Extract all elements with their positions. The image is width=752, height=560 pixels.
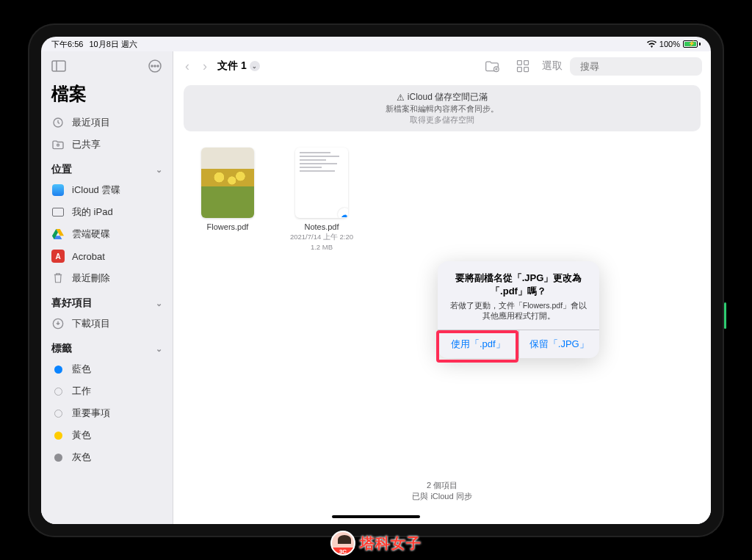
file-name: Notes.pdf [285,222,358,231]
file-item[interactable]: ☁︎ Notes.pdf 2021/7/14 上午 2:20 1.2 MB [285,148,358,252]
ipad-frame: 下午6:56 10月8日 週六 100% ⚡ 檔案 [28,23,724,537]
tag-ring-icon [51,385,65,398]
tag-ring-icon [51,407,65,420]
sidebar-section-locations[interactable]: 位置 ⌄ [41,156,173,179]
file-size: 1.2 MB [285,243,358,252]
sidebar-item-my-ipad[interactable]: 我的 iPad [41,201,173,223]
file-name: Flowers.pdf [191,222,264,231]
watermark: 塔科女子 [330,531,422,556]
sync-status: 已與 iCloud 同步 [173,491,711,502]
file-grid: Flowers.pdf ☁︎ Notes.pdf 2021/7/14 上午 2:… [173,136,711,264]
cloud-download-icon: ☁︎ [338,208,348,218]
status-date: 10月8日 週六 [89,39,137,50]
nav-back-button[interactable]: ‹ [182,59,192,74]
folder-shared-icon [51,138,65,151]
sidebar-item-shared[interactable]: 已共享 [41,134,173,156]
ipad-icon [51,206,65,219]
sidebar-item-acrobat[interactable]: A Acrobat [41,245,173,267]
file-date: 2021/7/14 上午 2:20 [285,233,358,241]
warning-icon: ⚠︎ [397,92,405,103]
file-item[interactable]: Flowers.pdf [191,148,264,231]
svg-point-5 [157,65,159,67]
nav-forward-button[interactable]: › [200,59,210,74]
chevron-down-icon: ⌄ [156,299,162,308]
file-thumbnail [201,148,254,218]
sidebar-tag-yellow[interactable]: 黃色 [41,424,173,446]
more-options-button[interactable] [146,57,164,75]
chevron-down-icon: ⌄ [156,344,162,354]
trash-icon [51,272,65,285]
sidebar-item-trash[interactable]: 最近刪除 [41,267,173,289]
svg-point-7 [57,144,59,146]
watermark-avatar-icon [330,531,355,556]
svg-rect-12 [518,68,522,72]
file-thumbnail: ☁︎ [295,148,348,218]
sidebar-toggle-button[interactable] [50,57,68,75]
wifi-icon [647,40,657,48]
get-more-storage-link[interactable]: 取得更多儲存空間 [189,114,695,126]
home-indicator[interactable] [332,515,420,518]
rename-extension-dialog: 要將副檔名從「.JPG」更改為「.pdf」嗎？ 若做了更動，文件「Flowers… [438,261,599,358]
toolbar: ‹ › 文件 1 ⌄ 選取 [173,51,711,81]
footer-status: 2 個項目 已與 iCloud 同步 [173,480,711,524]
app-title: 檔案 [41,81,173,112]
sidebar-item-gdrive[interactable]: 雲端硬碟 [41,223,173,245]
item-count: 2 個項目 [173,480,711,491]
screen: 下午6:56 10月8日 週六 100% ⚡ 檔案 [41,37,711,524]
sidebar-item-recents[interactable]: 最近項目 [41,112,173,134]
sidebar-item-icloud[interactable]: iCloud 雲碟 [41,179,173,201]
view-grid-button[interactable] [511,59,535,73]
tag-dot-icon [51,429,65,442]
svg-rect-11 [524,61,529,65]
clock-icon [51,116,65,129]
svg-rect-0 [52,61,65,71]
chevron-down-icon: ⌄ [250,61,260,71]
sidebar: 檔案 最近項目 已共享 位置 ⌄ iCloud 雲碟 [41,51,173,524]
tag-dot-icon [51,363,65,376]
dialog-keep-jpg-button[interactable]: 保留「.JPG」 [518,330,600,358]
dialog-use-pdf-button[interactable]: 使用「.pdf」 [438,330,518,358]
sidebar-section-favorites[interactable]: 喜好項目 ⌄ [41,289,173,313]
breadcrumb[interactable]: 文件 1 ⌄ [217,59,260,73]
svg-rect-10 [518,61,522,65]
chevron-down-icon: ⌄ [156,165,162,175]
dialog-message: 若做了更動，文件「Flowers.pdf」會以其他應用程式打開。 [446,300,590,321]
icloud-icon [51,183,65,197]
sidebar-tag-important[interactable]: 重要事項 [41,402,173,424]
sidebar-label-shared: 已共享 [72,138,101,151]
new-folder-button[interactable] [480,59,504,73]
battery-icon: ⚡ [683,40,701,48]
svg-rect-13 [524,68,529,72]
sidebar-tag-blue[interactable]: 藍色 [41,358,173,380]
search-field[interactable] [570,57,702,76]
download-icon [51,317,65,330]
svg-point-4 [154,65,156,67]
sidebar-item-downloads[interactable]: 下載項目 [41,313,173,335]
icloud-storage-notice[interactable]: ⚠︎iCloud 儲存空間已滿 新檔案和編輯內容將不會同步。 取得更多儲存空間 [184,85,701,131]
battery-percent: 100% [659,40,680,48]
sidebar-tag-work[interactable]: 工作 [41,380,173,402]
search-input[interactable] [580,61,704,72]
ipad-side-button [724,302,726,329]
svg-point-3 [151,65,153,67]
tag-dot-icon [51,451,65,464]
watermark-text: 塔科女子 [360,534,422,553]
sidebar-tag-gray[interactable]: 灰色 [41,446,173,468]
dialog-title: 要將副檔名從「.JPG」更改為「.pdf」嗎？ [446,272,590,297]
main-area: ‹ › 文件 1 ⌄ 選取 ⚠︎iCloud 儲存空間已滿 新檔案和編輯內容將不… [173,51,711,524]
gdrive-icon [51,228,65,241]
status-bar: 下午6:56 10月8日 週六 100% ⚡ [41,37,711,51]
acrobat-icon: A [51,250,65,263]
status-time: 下午6:56 [51,39,83,50]
breadcrumb-title: 文件 1 [217,59,247,73]
select-button[interactable]: 選取 [542,59,563,73]
sidebar-label-recents: 最近項目 [72,116,110,129]
sidebar-section-tags[interactable]: 標籤 ⌄ [41,335,173,358]
